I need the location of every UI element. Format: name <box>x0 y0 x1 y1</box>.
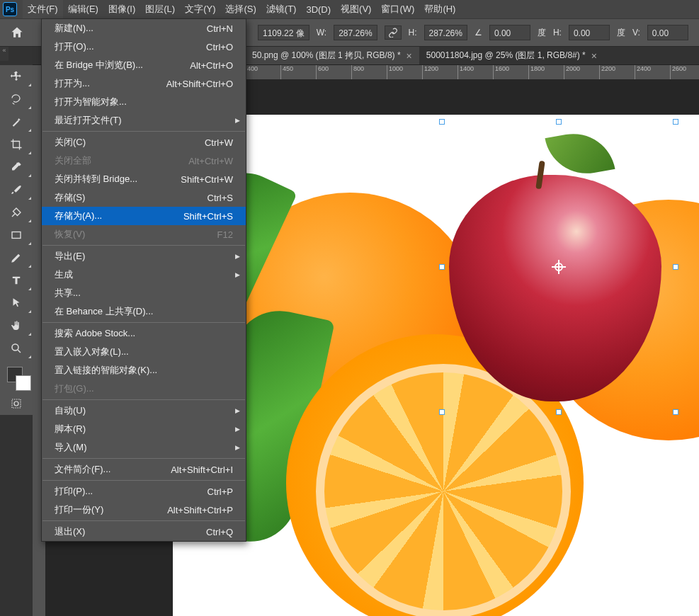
menu-type[interactable]: 文字(Y) <box>180 0 220 18</box>
menu-item[interactable]: 存储(S)Ctrl+S <box>42 188 246 207</box>
menu-item[interactable]: 打印(P)...Ctrl+P <box>42 482 246 501</box>
rectangle-tool[interactable] <box>0 224 33 246</box>
transform-height-field[interactable]: 287.26% <box>424 25 467 40</box>
menu-item[interactable]: 文件简介(F)...Alt+Shift+Ctrl+I <box>42 460 246 479</box>
document-tab[interactable]: 500011804.jpg @ 25% (图层 1, RGB/8#) * × <box>419 47 604 64</box>
menu-edit[interactable]: 编辑(E) <box>63 0 103 18</box>
menu-view[interactable]: 视图(V) <box>336 0 376 18</box>
transform-x-field[interactable]: 1109.22 像 <box>258 25 309 40</box>
transform-handle[interactable] <box>439 409 445 415</box>
menu-item: 关闭全部Alt+Ctrl+W <box>42 152 246 170</box>
magic-wand-tool[interactable] <box>0 110 33 133</box>
menu-item-shortcut: Shift+Ctrl+S <box>183 211 233 222</box>
menu-item[interactable]: 搜索 Adobe Stock... <box>42 324 246 343</box>
menu-item-label: 搜索 Adobe Stock... <box>55 327 135 340</box>
app-logo: Ps <box>3 2 17 16</box>
height-label: H: <box>409 28 417 38</box>
transform-handle[interactable] <box>673 264 678 270</box>
menu-select[interactable]: 选择(S) <box>220 0 261 18</box>
hand-tool[interactable] <box>0 314 33 337</box>
close-icon[interactable]: × <box>407 50 412 62</box>
menu-item[interactable]: 打开(O)...Ctrl+O <box>42 38 246 56</box>
transform-width-field[interactable]: 287.26% <box>334 25 377 40</box>
panel-collapse-icon[interactable]: « <box>0 47 8 61</box>
menu-item[interactable]: 脚本(R) <box>42 420 246 438</box>
menu-item-label: 在 Behance 上共享(D)... <box>55 305 153 318</box>
svg-rect-0 <box>12 232 21 239</box>
transform-handle[interactable] <box>556 409 562 415</box>
transform-handle[interactable] <box>673 409 678 415</box>
menu-item[interactable]: 打印一份(Y)Alt+Shift+Ctrl+P <box>42 501 246 519</box>
menu-item[interactable]: 打开为...Alt+Shift+Ctrl+O <box>42 74 246 93</box>
transform-center-icon[interactable] <box>552 260 566 274</box>
quick-mask-tool[interactable] <box>0 392 33 415</box>
skew-h-field[interactable]: 0.00 <box>569 25 610 40</box>
eyedropper-tool[interactable] <box>0 156 33 178</box>
home-icon[interactable] <box>7 23 27 42</box>
menu-item-label: 打开(O)... <box>55 40 94 53</box>
type-tool[interactable] <box>0 269 33 292</box>
menu-item-shortcut: Ctrl+W <box>205 137 233 148</box>
menu-item: 恢复(V)F12 <box>42 225 246 244</box>
menu-item-shortcut: Alt+Shift+Ctrl+O <box>166 79 233 89</box>
menu-item[interactable]: 存储为(A)...Shift+Ctrl+S <box>42 207 246 225</box>
menu-item-shortcut: Alt+Shift+Ctrl+I <box>171 464 233 475</box>
menu-item[interactable]: 打开为智能对象... <box>42 93 246 111</box>
menu-item-label: 最近打开文件(T) <box>55 114 122 127</box>
menu-separator <box>42 322 245 323</box>
link-icon[interactable] <box>385 25 402 40</box>
menu-separator <box>42 520 245 521</box>
brush-tool[interactable] <box>0 178 33 201</box>
menu-item[interactable]: 关闭并转到 Bridge...Shift+Ctrl+W <box>42 170 246 188</box>
menu-item[interactable]: 新建(N)...Ctrl+N <box>42 19 246 38</box>
menu-item[interactable]: 最近打开文件(T) <box>42 111 246 130</box>
transform-angle-field[interactable]: 0.00 <box>489 25 530 40</box>
menu-item[interactable]: 共享... <box>42 284 246 302</box>
menu-separator <box>42 399 245 400</box>
menu-image[interactable]: 图像(I) <box>103 0 140 18</box>
menu-separator <box>42 245 245 246</box>
menu-item[interactable]: 置入链接的智能对象(K)... <box>42 361 246 380</box>
menu-item[interactable]: 自动(U) <box>42 401 246 420</box>
transform-handle[interactable] <box>556 119 562 125</box>
color-swatches[interactable] <box>0 364 33 392</box>
menu-item-label: 自动(U) <box>55 404 86 417</box>
menu-item[interactable]: 导入(M) <box>42 438 246 457</box>
menu-help[interactable]: 帮助(H) <box>419 0 460 18</box>
menu-item-label: 打开为... <box>55 77 90 90</box>
menu-item[interactable]: 在 Behance 上共享(D)... <box>42 302 246 321</box>
close-icon[interactable]: × <box>591 50 597 62</box>
lasso-tool[interactable] <box>0 88 33 110</box>
menu-file[interactable]: 文件(F) <box>23 0 63 18</box>
menu-item-label: 打开为智能对象... <box>55 96 127 108</box>
menu-item[interactable]: 生成 <box>42 266 246 284</box>
document-canvas[interactable]: Baid 经验 jingyan.baidu.com <box>173 115 699 616</box>
menu-item[interactable]: 在 Bridge 中浏览(B)...Alt+Ctrl+O <box>42 56 246 74</box>
skew-h-unit: 度 <box>617 27 625 39</box>
zoom-tool[interactable] <box>0 337 33 360</box>
menu-item[interactable]: 导出(E) <box>42 247 246 266</box>
transform-bounding-box[interactable] <box>442 122 676 412</box>
background-color[interactable] <box>16 375 31 391</box>
pen-tool[interactable] <box>0 246 33 269</box>
svg-point-3 <box>14 401 18 406</box>
menu-item-label: 存储为(A)... <box>55 210 102 222</box>
transform-handle[interactable] <box>439 119 445 125</box>
menu-item[interactable]: 置入嵌入对象(L)... <box>42 343 246 361</box>
menu-item[interactable]: 关闭(C)Ctrl+W <box>42 133 246 152</box>
document-tab[interactable]: 50.png @ 100% (图层 1 拷贝, RGB/8) * × <box>245 47 419 64</box>
menu-item-shortcut: Ctrl+O <box>206 42 233 52</box>
path-selection-tool[interactable] <box>0 292 33 314</box>
skew-v-field[interactable]: 0.00 <box>647 25 688 40</box>
transform-handle[interactable] <box>673 119 678 125</box>
menu-item[interactable]: 退出(X)Ctrl+Q <box>42 523 246 541</box>
menu-filter[interactable]: 滤镜(T) <box>261 0 302 18</box>
menu-layer[interactable]: 图层(L) <box>140 0 180 18</box>
transform-handle[interactable] <box>439 264 445 270</box>
healing-brush-tool[interactable] <box>0 201 33 224</box>
angle-icon: ∠ <box>474 28 482 38</box>
move-tool[interactable] <box>0 65 33 88</box>
menu-3d[interactable]: 3D(D) <box>301 1 336 18</box>
crop-tool[interactable] <box>0 133 33 156</box>
menu-window[interactable]: 窗口(W) <box>376 0 419 18</box>
